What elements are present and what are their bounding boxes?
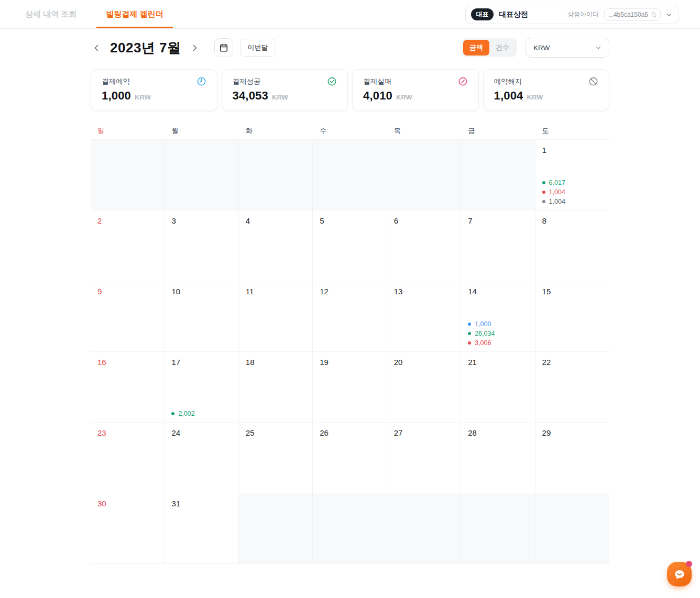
store-badge: 대표 [471, 8, 494, 20]
tab-detail-history[interactable]: 상세 내역 조회 [25, 0, 76, 28]
card-value: 34,053 [233, 89, 269, 103]
calendar-icon [219, 43, 228, 52]
calendar-day-6[interactable]: 6 [387, 211, 461, 281]
calendar-day-3[interactable]: 3 [165, 211, 238, 281]
day-number: 22 [542, 358, 551, 367]
entry-value: 6,017 [549, 179, 565, 186]
day-number: 15 [542, 287, 551, 296]
day-entries: 1,00026,0343,006 [468, 320, 495, 347]
day-number: 19 [320, 358, 329, 367]
calendar-day-2[interactable]: 2 [91, 211, 165, 281]
calendar-day-31[interactable]: 31 [165, 493, 238, 564]
calendar-toolbar: 2023년 7월 이번달 금액 건수 KRW [91, 37, 609, 58]
calendar-day-16[interactable]: 16 [91, 352, 165, 423]
calendar-empty-cell [239, 493, 313, 564]
success-dot-icon [542, 181, 545, 184]
entry-success[interactable]: 26,034 [468, 330, 495, 337]
chevron-down-icon [595, 45, 601, 51]
billing-calendar: 일월화수목금토 16,0171,0041,0042345678910111213… [91, 123, 609, 564]
calendar-day-14[interactable]: 141,00026,0343,006 [461, 281, 535, 352]
day-number: 4 [246, 216, 250, 225]
entry-value: 26,034 [475, 330, 495, 337]
entry-value: 3,006 [475, 339, 491, 347]
calendar-day-28[interactable]: 28 [461, 423, 535, 493]
entry-cancelled[interactable]: 1,004 [542, 198, 565, 205]
toggle-amount-button[interactable]: 금액 [463, 40, 489, 56]
chat-bubble-icon [673, 568, 686, 581]
summary-cards: 결제예약 1,000 KRW 결제성공 34,053 KRW 결제실패 [91, 69, 609, 111]
chat-widget-button[interactable] [667, 562, 692, 586]
day-number: 29 [542, 428, 551, 437]
month-title: 2023년 7월 [110, 39, 181, 57]
calendar-day-1[interactable]: 16,0171,0041,004 [535, 140, 609, 211]
day-number: 14 [468, 287, 477, 296]
store-selector[interactable]: 대표 대표상점 상점아이디 ...4b5ca150a5 [465, 5, 679, 24]
calendar-day-18[interactable]: 18 [239, 352, 313, 423]
tab-bar: 상세 내역 조회 빌링결제 캘린더 [0, 0, 163, 28]
calendar-day-7[interactable]: 7 [461, 211, 535, 281]
calendar-day-8[interactable]: 8 [535, 211, 609, 281]
weekday-label: 토 [535, 123, 609, 139]
calendar-day-29[interactable]: 29 [535, 423, 609, 493]
calendar-day-23[interactable]: 23 [91, 423, 165, 493]
entry-failed[interactable]: 3,006 [468, 339, 495, 347]
day-number: 7 [468, 216, 472, 225]
card-label: 결제성공 [233, 77, 261, 86]
notification-dot [686, 561, 692, 567]
date-picker-button[interactable] [214, 38, 233, 57]
entry-scheduled[interactable]: 1,000 [468, 320, 495, 328]
prev-month-button[interactable] [91, 42, 103, 54]
calendar-day-4[interactable]: 4 [239, 211, 313, 281]
calendar-grid: 16,0171,0041,0042345678910111213141,0002… [91, 139, 609, 564]
tab-billing-calendar[interactable]: 빌링결제 캘린더 [106, 0, 163, 28]
success-dot-icon [468, 332, 471, 335]
calendar-day-15[interactable]: 15 [535, 281, 609, 352]
calendar-day-21[interactable]: 21 [461, 352, 535, 423]
entry-success[interactable]: 2,002 [171, 410, 194, 417]
calendar-day-27[interactable]: 27 [387, 423, 461, 493]
clock-icon [196, 76, 206, 86]
store-name: 대표상점 [499, 10, 528, 19]
card-label: 예약해지 [494, 77, 522, 86]
check-circle-icon [327, 76, 337, 86]
day-number: 5 [320, 216, 324, 225]
entry-failed[interactable]: 1,004 [542, 189, 565, 196]
day-number: 17 [171, 358, 180, 367]
copy-icon[interactable] [651, 12, 657, 17]
calendar-day-24[interactable]: 24 [165, 423, 238, 493]
chevron-down-icon [666, 12, 672, 18]
day-number: 27 [394, 428, 403, 437]
this-month-button[interactable]: 이번달 [240, 39, 276, 57]
cancelled-dot-icon [542, 200, 545, 203]
calendar-day-5[interactable]: 5 [313, 211, 387, 281]
calendar-empty-cell [535, 493, 609, 564]
calendar-day-22[interactable]: 22 [535, 352, 609, 423]
calendar-day-11[interactable]: 11 [239, 281, 313, 352]
store-id-value[interactable]: ...4b5ca150a5 [604, 8, 661, 21]
calendar-day-13[interactable]: 13 [387, 281, 461, 352]
calendar-day-9[interactable]: 9 [91, 281, 165, 352]
weekday-label: 월 [165, 123, 238, 139]
calendar-day-25[interactable]: 25 [239, 423, 313, 493]
day-number: 20 [394, 358, 403, 367]
card-value: 1,004 [494, 89, 523, 103]
calendar-day-17[interactable]: 172,002 [165, 352, 238, 423]
currency-value: KRW [533, 44, 550, 52]
calendar-day-20[interactable]: 20 [387, 352, 461, 423]
weekday-row: 일월화수목금토 [91, 123, 609, 139]
entry-success[interactable]: 6,017 [542, 179, 565, 186]
calendar-day-10[interactable]: 10 [165, 281, 238, 352]
calendar-day-19[interactable]: 19 [313, 352, 387, 423]
currency-select[interactable]: KRW [526, 38, 609, 58]
card-payment-scheduled: 결제예약 1,000 KRW [91, 69, 217, 111]
day-number: 31 [171, 499, 180, 508]
calendar-day-26[interactable]: 26 [313, 423, 387, 493]
calendar-empty-cell [91, 140, 165, 211]
calendar-day-12[interactable]: 12 [313, 281, 387, 352]
calendar-day-30[interactable]: 30 [91, 493, 165, 564]
toggle-count-button[interactable]: 건수 [489, 40, 516, 56]
card-unit: KRW [527, 93, 543, 101]
next-month-button[interactable] [189, 42, 201, 54]
day-number: 25 [246, 428, 255, 437]
scheduled-dot-icon [468, 323, 471, 326]
